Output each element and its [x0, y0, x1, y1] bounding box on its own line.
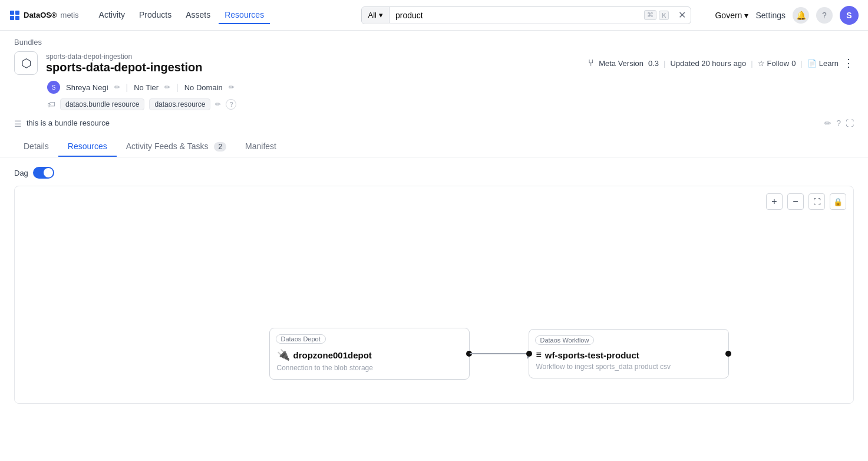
- search-clear-button[interactable]: ✕: [674, 9, 691, 21]
- dataos-logo-icon: [9, 10, 20, 21]
- dag-edge: ▶: [470, 353, 529, 354]
- tag-item-0: dataos.bundle resource: [60, 98, 144, 110]
- search-type-dropdown[interactable]: All ▾: [362, 7, 389, 23]
- learn-label: Learn: [819, 59, 839, 68]
- owner-avatar: S: [47, 81, 60, 94]
- top-navigation: DataOS® metis Activity Products Assets R…: [0, 0, 868, 31]
- meta-sep-3: |: [800, 59, 802, 68]
- svg-rect-1: [15, 11, 19, 15]
- description-actions: ✏ ? ⛶: [824, 118, 854, 128]
- resource-meta-right: ⑂ Meta Version 0.3 | Updated 20 hours ag…: [588, 57, 854, 70]
- notifications-button[interactable]: 🔔: [793, 7, 809, 24]
- owner-row: S Shreya Negi ✏ | No Tier ✏ | No Domain …: [0, 75, 868, 94]
- domain-edit-icon[interactable]: ✏: [229, 83, 235, 91]
- dag-node-depot: Dataos Depot 🔌 dropzone001depot Connecti…: [269, 328, 470, 380]
- more-options-button[interactable]: ⋮: [843, 57, 854, 70]
- dag-toggle-row: Dag: [14, 167, 854, 179]
- edge-line: ▶: [470, 353, 529, 354]
- settings-link[interactable]: Settings: [755, 11, 786, 20]
- user-avatar[interactable]: S: [840, 6, 859, 25]
- meta-sep-2: |: [751, 59, 753, 68]
- search-type-label: All: [368, 11, 376, 19]
- nav-assets[interactable]: Assets: [180, 6, 216, 24]
- nav-resources[interactable]: Resources: [219, 6, 270, 24]
- k-key: K: [659, 11, 669, 20]
- description-text: this is a bundle resource: [27, 118, 820, 127]
- tags-edit-icon[interactable]: ✏: [215, 100, 221, 108]
- dag-area: Dag + − ⛶ 🔒 Dataos Depot 🔌 dropzone001de…: [0, 157, 868, 413]
- resource-title-block: sports-data-depot-ingestion sports-data-…: [46, 52, 580, 74]
- search-shortcut: ⌘ K: [639, 10, 674, 20]
- node-workflow-right-dot: [725, 351, 731, 357]
- node-workflow-body: ≡ wf-sports-test-product Workflow to ing…: [529, 348, 728, 378]
- resource-icon: ⬡: [14, 51, 38, 75]
- govern-chevron-icon: ▾: [744, 11, 748, 20]
- updated-label: Updated 20 hours ago: [671, 59, 747, 68]
- meta-sep-1: |: [664, 59, 665, 68]
- search-input[interactable]: [390, 7, 639, 24]
- meta-version-icon: ⑂: [588, 58, 594, 68]
- learn-button[interactable]: 📄 Learn: [807, 59, 839, 68]
- node-depot-icon: 🔌: [277, 348, 290, 361]
- tab-activity-feeds[interactable]: Activity Feeds & Tasks 2: [117, 137, 236, 157]
- follow-button[interactable]: ☆ Follow 0: [758, 59, 796, 68]
- node-workflow-icon: ≡: [536, 350, 542, 360]
- nav-activity[interactable]: Activity: [93, 6, 131, 24]
- tab-bar: Details Resources Activity Feeds & Tasks…: [0, 129, 868, 157]
- node-workflow-name-row: ≡ wf-sports-test-product: [536, 350, 721, 360]
- node-depot-body: 🔌 dropzone001depot Connection to the blo…: [270, 347, 469, 379]
- breadcrumb: Bundles: [0, 31, 868, 47]
- node-workflow-type: Dataos Workflow: [535, 335, 595, 345]
- node-workflow-left-dot: [526, 351, 532, 357]
- tab-activity-badge: 2: [214, 142, 226, 152]
- tab-resources[interactable]: Resources: [58, 137, 117, 157]
- zoom-in-button[interactable]: +: [766, 193, 783, 210]
- owner-name: Shreya Negi: [66, 83, 108, 92]
- nav-products[interactable]: Products: [133, 6, 177, 24]
- nav-links: Activity Products Assets Resources: [93, 6, 270, 24]
- node-workflow-description: Workflow to ingest sports_data product c…: [536, 363, 721, 371]
- description-icon: ☰: [14, 119, 22, 129]
- lock-button[interactable]: 🔒: [830, 193, 846, 210]
- node-workflow-name: wf-sports-test-product: [545, 350, 639, 360]
- tags-help-icon[interactable]: ?: [226, 99, 236, 110]
- search-bar: All ▾ ⌘ K ✕: [361, 6, 691, 24]
- star-icon: ☆: [758, 59, 765, 68]
- node-depot-name: dropzone001depot: [293, 350, 372, 360]
- domain-value: No Domain: [184, 83, 223, 92]
- resource-subtitle: sports-data-depot-ingestion: [46, 52, 580, 61]
- resource-title: sports-data-depot-ingestion: [46, 61, 580, 74]
- meta-version-label: Meta Version: [599, 59, 643, 68]
- govern-menu[interactable]: Govern ▾: [715, 11, 748, 20]
- owner-edit-icon[interactable]: ✏: [114, 83, 120, 91]
- description-help-icon[interactable]: ?: [836, 118, 841, 128]
- dag-toggle[interactable]: [33, 167, 54, 179]
- cmd-key: ⌘: [644, 10, 656, 20]
- tab-manifest[interactable]: Manifest: [236, 137, 286, 157]
- zoom-out-button[interactable]: −: [787, 193, 804, 210]
- description-expand-icon[interactable]: ⛶: [846, 118, 854, 128]
- node-depot-name-row: 🔌 dropzone001depot: [277, 348, 462, 361]
- dag-node-workflow: Dataos Workflow ≡ wf-sports-test-product…: [529, 329, 729, 378]
- tag-item-1: dataos.resource: [149, 98, 210, 110]
- tab-details[interactable]: Details: [14, 137, 58, 157]
- graph-controls: + − ⛶ 🔒: [766, 193, 846, 210]
- help-button[interactable]: ?: [816, 7, 833, 24]
- sep-dot-2: |: [176, 83, 179, 92]
- govern-label: Govern: [715, 11, 742, 20]
- logo: DataOS® metis: [9, 10, 79, 21]
- tier-value: No Tier: [134, 83, 159, 92]
- fullscreen-button[interactable]: ⛶: [808, 193, 825, 210]
- nav-right-actions: Govern ▾ Settings 🔔 ? S: [715, 6, 859, 25]
- tag-icon: 🏷: [47, 100, 55, 109]
- tab-activity-label: Activity Feeds & Tasks: [126, 141, 209, 151]
- follow-count: 0: [791, 59, 796, 68]
- tier-edit-icon[interactable]: ✏: [164, 83, 170, 91]
- dag-label: Dag: [14, 169, 28, 177]
- svg-rect-2: [10, 16, 14, 20]
- description-edit-icon[interactable]: ✏: [824, 118, 831, 128]
- meta-version-value: 0.3: [648, 59, 659, 68]
- description-row: ☰ this is a bundle resource ✏ ? ⛶: [0, 110, 868, 129]
- book-icon: 📄: [807, 59, 817, 68]
- sep-dot-1: |: [126, 83, 128, 92]
